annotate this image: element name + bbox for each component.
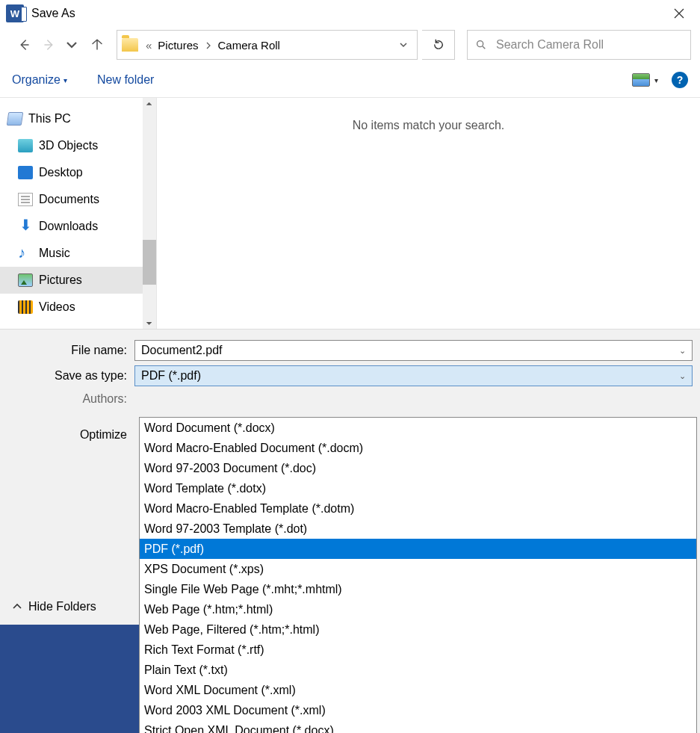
filetype-label: Save as type:: [7, 369, 134, 383]
filetype-option[interactable]: Word XML Document (*.xml): [140, 680, 696, 700]
filetype-option[interactable]: Word Macro-Enabled Document (*.docm): [140, 438, 696, 458]
download-icon: ⬇: [18, 220, 33, 233]
search-icon: [475, 39, 487, 51]
optimize-label: Optimize: [7, 428, 134, 442]
filetype-option[interactable]: Word 97-2003 Template (*.dot): [140, 519, 696, 539]
hide-folders-button[interactable]: Hide Folders: [12, 600, 96, 613]
breadcrumb-item[interactable]: Camera Roll: [217, 39, 282, 52]
refresh-icon: [432, 38, 445, 52]
tree-item-desktop[interactable]: Desktop: [0, 159, 156, 186]
nav-row: « Pictures Camera Roll Search Camera Rol…: [0, 27, 700, 63]
svg-point-0: [477, 41, 483, 47]
tree-item-documents[interactable]: Documents: [0, 186, 156, 213]
tree-scrollbar[interactable]: [143, 98, 156, 329]
filetype-option[interactable]: Strict Open XML Document (*.docx): [140, 720, 696, 733]
chevron-down-icon[interactable]: ▾: [654, 76, 658, 84]
back-button[interactable]: [13, 34, 34, 55]
filetype-option[interactable]: XPS Document (*.xps): [140, 559, 696, 579]
video-icon: [18, 300, 33, 314]
arrow-left-icon: [17, 38, 31, 52]
tree-label: Downloads: [39, 220, 98, 233]
help-button[interactable]: ?: [672, 72, 688, 88]
empty-message: No items match your search.: [353, 119, 505, 132]
folder-icon: [122, 38, 138, 52]
breadcrumb-prefix: «: [146, 39, 152, 52]
filetype-option[interactable]: Web Page (*.htm;*.html): [140, 599, 696, 619]
chevron-down-icon[interactable]: ⌄: [679, 346, 686, 356]
hide-folders-label: Hide Folders: [28, 600, 96, 613]
tree-label: This PC: [28, 112, 71, 126]
arrow-up-icon: [90, 38, 104, 52]
filetype-option[interactable]: Plain Text (*.txt): [140, 660, 696, 680]
chevron-down-icon: [65, 38, 78, 52]
new-folder-button[interactable]: New folder: [97, 73, 154, 87]
filetype-combo[interactable]: PDF (*.pdf) ⌄: [134, 365, 693, 386]
history-dropdown[interactable]: [61, 34, 82, 55]
tree-item-this-pc[interactable]: This PC: [0, 105, 156, 132]
close-icon: [674, 8, 684, 19]
filetype-option[interactable]: Word 2003 XML Document (*.xml): [140, 700, 696, 720]
title-bar: W Save As: [0, 0, 700, 27]
folder-tree: This PC 3D Objects Desktop Documents ⬇ D…: [0, 98, 157, 329]
close-button[interactable]: [664, 0, 694, 27]
background-strip: [0, 625, 139, 733]
tree-item-videos[interactable]: Videos: [0, 294, 156, 321]
breadcrumb[interactable]: « Pictures Camera Roll: [117, 30, 418, 60]
search-placeholder: Search Camera Roll: [496, 38, 604, 52]
breadcrumb-dropdown[interactable]: [394, 39, 412, 52]
forward-button[interactable]: [39, 34, 60, 55]
tree-label: Videos: [39, 300, 75, 314]
dialog-title: Save As: [31, 7, 75, 20]
chevron-down-icon[interactable]: ⌄: [679, 371, 686, 381]
breadcrumb-item[interactable]: Pictures: [156, 39, 199, 52]
filename-input[interactable]: Document2.pdf ⌄: [134, 340, 693, 361]
filetype-option[interactable]: Rich Text Format (*.rtf): [140, 640, 696, 660]
organize-menu[interactable]: Organize ▾: [12, 73, 67, 87]
main-area: This PC 3D Objects Desktop Documents ⬇ D…: [0, 97, 700, 329]
chevron-down-icon: [399, 40, 408, 49]
scrollbar-thumb[interactable]: [143, 240, 156, 285]
tree-label: 3D Objects: [39, 139, 98, 152]
pc-icon: [7, 112, 24, 126]
filetype-option[interactable]: Single File Web Page (*.mht;*.mhtml): [140, 579, 696, 599]
tree-label: Pictures: [39, 273, 82, 287]
new-folder-label: New folder: [97, 73, 154, 87]
tree-item-3d-objects[interactable]: 3D Objects: [0, 132, 156, 159]
pictures-icon: [18, 273, 33, 287]
filetype-option[interactable]: Word Document (*.docx): [140, 418, 696, 438]
chevron-down-icon: ▾: [64, 76, 67, 84]
tree-item-downloads[interactable]: ⬇ Downloads: [0, 213, 156, 240]
organize-label: Organize: [12, 73, 61, 87]
desktop-icon: [18, 166, 33, 179]
filetype-option[interactable]: Web Page, Filtered (*.htm;*.html): [140, 619, 696, 640]
view-mode-button[interactable]: [632, 73, 650, 87]
chevron-up-icon: [12, 601, 22, 612]
filetype-option[interactable]: Word Template (*.dotx): [140, 478, 696, 498]
search-input[interactable]: Search Camera Roll: [467, 30, 691, 60]
authors-label: Authors:: [7, 392, 134, 406]
filetype-option[interactable]: Word 97-2003 Document (*.doc): [140, 458, 696, 478]
chevron-right-icon: [205, 39, 212, 52]
toolbar: Organize ▾ New folder ▾ ?: [0, 63, 700, 97]
document-icon: [18, 193, 33, 206]
filetype-option[interactable]: Word Macro-Enabled Template (*.dotm): [140, 498, 696, 519]
filetype-dropdown-list[interactable]: Word Document (*.docx)Word Macro-Enabled…: [139, 417, 697, 733]
music-icon: ♪: [18, 247, 33, 260]
up-button[interactable]: [87, 34, 108, 55]
tree-label: Documents: [39, 193, 99, 206]
word-app-icon: W: [6, 4, 24, 22]
refresh-button[interactable]: [422, 30, 455, 60]
tree-item-music[interactable]: ♪ Music: [0, 240, 156, 267]
file-list-pane: No items match your search.: [157, 98, 700, 329]
filename-label: File name:: [7, 344, 134, 357]
filename-value: Document2.pdf: [141, 344, 223, 357]
tree-label: Music: [39, 247, 70, 260]
cube-icon: [18, 139, 33, 152]
tree-item-pictures[interactable]: Pictures: [0, 267, 156, 294]
arrow-right-icon: [43, 38, 56, 52]
filetype-option[interactable]: PDF (*.pdf): [140, 539, 696, 559]
filetype-value: PDF (*.pdf): [141, 369, 201, 383]
tree-label: Desktop: [39, 166, 83, 179]
